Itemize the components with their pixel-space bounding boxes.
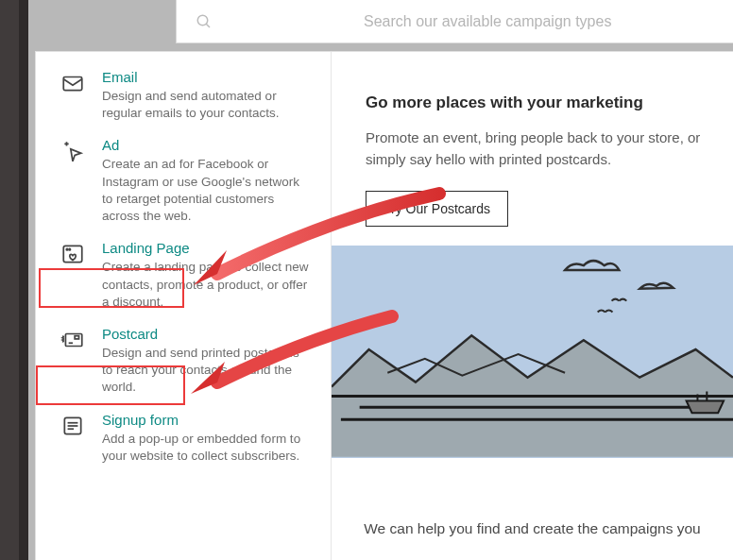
promo-desc: Promote an event, bring people back to y… (366, 127, 733, 170)
item-desc: Add a pop-up or embedded form to your we… (102, 431, 310, 465)
search-icon (196, 13, 213, 30)
svg-line-1 (206, 24, 210, 27)
item-desc: Design and send automated or regular ema… (102, 88, 310, 122)
svg-point-5 (69, 249, 71, 251)
postcard-icon (60, 328, 85, 352)
list-item-email[interactable]: Email Design and send automated or regul… (55, 63, 319, 131)
item-title[interactable]: Email (102, 69, 310, 85)
list-item-signup-form[interactable]: Signup form Add a pop-up or embedded for… (55, 406, 319, 474)
campaign-panel: Email Design and send automated or regul… (35, 51, 733, 560)
svg-point-4 (66, 249, 68, 251)
campaign-type-list: Email Design and send automated or regul… (36, 52, 332, 560)
annotation-arrow-postcard (179, 307, 406, 411)
icon-wrap (57, 240, 89, 311)
form-icon (60, 414, 85, 438)
item-title[interactable]: Signup form (102, 412, 310, 428)
promo-title: Go more places with your marketing (366, 93, 733, 112)
icon-wrap (57, 69, 89, 122)
envelope-icon (60, 71, 85, 95)
search-bar[interactable]: Search our available campaign types (176, 0, 733, 43)
cursor-sparkle-icon (60, 139, 85, 163)
promo-panel: Go more places with your marketing Promo… (332, 52, 733, 560)
svg-rect-2 (63, 77, 82, 91)
icon-wrap (57, 326, 89, 397)
bottom-help-text: We can help you find and create the camp… (332, 520, 733, 537)
item-title[interactable]: Ad (102, 137, 310, 153)
svg-rect-7 (75, 336, 78, 339)
search-placeholder: Search our available campaign types (364, 13, 611, 30)
annotation-arrow-landing (179, 179, 453, 302)
icon-wrap (57, 137, 89, 225)
window-heart-icon (60, 242, 85, 266)
icon-wrap (57, 412, 89, 465)
svg-point-0 (197, 15, 208, 25)
